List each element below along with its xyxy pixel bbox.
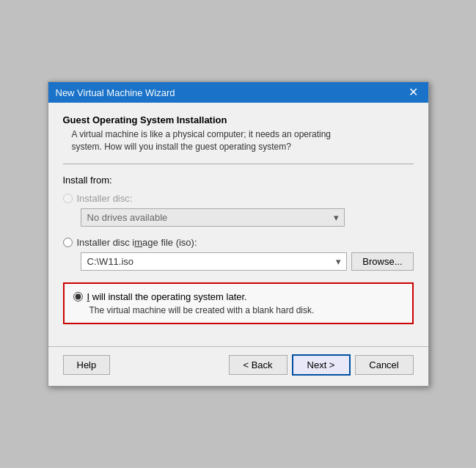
- next-button[interactable]: Next >: [292, 354, 351, 376]
- header-divider: [63, 164, 414, 164]
- header-title: Guest Operating System Installation: [63, 114, 414, 125]
- install-later-radio[interactable]: [73, 292, 83, 301]
- disc-dropdown-row: No drives available: [81, 208, 414, 227]
- iso-input-wrapper: [81, 252, 348, 271]
- installer-disc-radio[interactable]: [63, 194, 73, 203]
- dialog-window: New Virtual Machine Wizard ✕ Guest Opera…: [48, 81, 429, 387]
- help-button[interactable]: Help: [63, 355, 111, 375]
- cancel-button[interactable]: Cancel: [355, 355, 414, 375]
- back-button[interactable]: < Back: [229, 355, 288, 375]
- install-later-description: The virtual machine will be created with…: [73, 305, 403, 315]
- dialog-body: Guest Operating System Installation A vi…: [48, 103, 428, 346]
- dialog-title: New Virtual Machine Wizard: [56, 87, 175, 98]
- header-section: Guest Operating System Installation A vi…: [63, 114, 414, 153]
- installer-iso-radio[interactable]: [63, 238, 73, 247]
- iso-input-row: Browse...: [81, 252, 414, 271]
- installer-disc-label: Installer disc:: [77, 193, 133, 204]
- title-bar: New Virtual Machine Wizard ✕: [48, 82, 428, 103]
- header-description: A virtual machine is like a physical com…: [63, 128, 414, 153]
- dialog-footer: Help < Back Next > Cancel: [48, 346, 428, 386]
- install-later-option-box: I will install the operating system late…: [63, 282, 414, 324]
- install-from-label: Install from:: [63, 175, 414, 186]
- installer-disc-option-row: Installer disc:: [63, 193, 414, 204]
- install-later-option-row: I will install the operating system late…: [73, 291, 403, 302]
- footer-right-buttons: < Back Next > Cancel: [229, 354, 414, 376]
- browse-button[interactable]: Browse...: [351, 252, 413, 271]
- install-later-label: I will install the operating system late…: [87, 291, 247, 302]
- close-button[interactable]: ✕: [406, 87, 421, 98]
- iso-path-input[interactable]: [81, 252, 348, 271]
- installer-iso-label: Installer disc image file (iso):: [77, 237, 197, 248]
- disc-dropdown-wrapper: No drives available: [81, 208, 345, 227]
- installer-iso-option-row: Installer disc image file (iso):: [63, 237, 414, 248]
- disc-dropdown[interactable]: No drives available: [81, 208, 345, 227]
